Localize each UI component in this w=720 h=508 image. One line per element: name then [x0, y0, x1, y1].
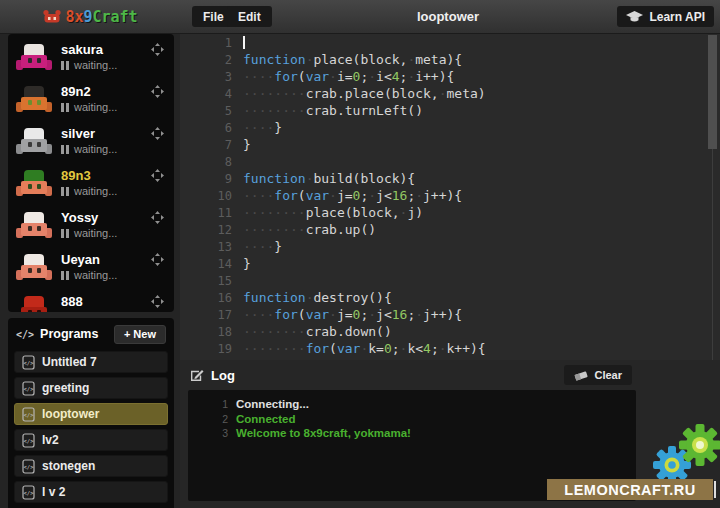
program-item[interactable]: </>greeting — [14, 377, 168, 399]
program-label: l v 2 — [42, 485, 65, 499]
menu-button-edit[interactable]: Edit — [227, 6, 272, 27]
programs-panel: </> Programs + New </>Untitled 7 </>gree… — [8, 318, 174, 508]
player-name: 888 — [61, 295, 117, 309]
program-label: looptower — [42, 407, 99, 421]
code-lines: 1 2function·place(block,·meta){ 3····for… — [180, 34, 720, 360]
editor-scrollbar-track — [712, 149, 713, 360]
player-info: sakura waiting... — [61, 43, 117, 71]
log-title: Log — [211, 368, 235, 383]
program-item[interactable]: </>stonegen — [14, 455, 168, 477]
code-line: 4········crab.place(block,·meta) — [180, 85, 720, 102]
learn-api-label: Learn API — [649, 10, 705, 24]
line-number: 4 — [180, 87, 232, 101]
player-name: 89n2 — [61, 85, 117, 99]
log-text: Welcome to 8x9craft, yokmama! — [236, 426, 411, 441]
svg-text:</>: </> — [24, 359, 35, 365]
player-info: silver waiting... — [61, 127, 117, 155]
program-label: lv2 — [42, 433, 59, 447]
programs-header: </> Programs + New — [16, 324, 166, 344]
svg-text:</>: </> — [24, 411, 35, 417]
code-line: 3····for(var·i=0;·i<4;·i++){ — [180, 68, 720, 85]
program-list: </>Untitled 7 </>greeting </>looptower <… — [14, 351, 168, 503]
learn-api-button[interactable]: Learn API — [617, 6, 714, 27]
pause-icon — [61, 187, 69, 196]
watermark-banner: LEMONCRAFT.RU — [547, 479, 713, 500]
player-status: waiting... — [61, 143, 117, 155]
line-number: 18 — [180, 325, 232, 339]
code-line: 19········for(var·k=0;·k<4;·k++){ — [180, 340, 720, 357]
player-row[interactable]: 888 waiting... — [8, 288, 174, 312]
player-info: 89n2 waiting... — [61, 85, 117, 113]
program-label: greeting — [42, 381, 89, 395]
log-text: Connected — [236, 412, 295, 427]
player-avatar — [16, 127, 52, 155]
code-line: 12········crab.up() — [180, 221, 720, 238]
watermark-caret — [714, 481, 716, 498]
move-icon[interactable] — [151, 211, 164, 224]
player-row[interactable]: sakura waiting... — [8, 36, 174, 78]
program-item[interactable]: </>Untitled 7 — [14, 351, 168, 373]
log-line-number: 3 — [188, 426, 228, 441]
code-editor[interactable]: 1 2function·place(block,·meta){ 3····for… — [180, 34, 720, 360]
log-text: Connecting... — [236, 397, 309, 412]
code-line: 17····for(var·j=0;·j<16;·j++){ — [180, 306, 720, 323]
code-line: 5········crab.turnLeft() — [180, 102, 720, 119]
player-name: sakura — [61, 43, 117, 57]
code-line: 16function·destroy(){ — [180, 289, 720, 306]
logo-text: 8x9Craft — [65, 8, 137, 26]
line-number: 17 — [180, 308, 232, 322]
log-line: 1 Connecting... — [188, 397, 636, 412]
player-status: waiting... — [61, 101, 117, 113]
program-item[interactable]: </>lv2 — [14, 429, 168, 451]
file-icon: </> — [22, 433, 35, 448]
clear-log-button[interactable]: Clear — [564, 365, 632, 385]
eraser-icon — [574, 370, 588, 381]
move-icon[interactable] — [151, 253, 164, 266]
player-status: waiting... — [61, 269, 117, 281]
pause-icon — [61, 145, 69, 154]
line-number: 16 — [180, 291, 232, 305]
graduation-cap-icon — [626, 11, 643, 23]
move-icon[interactable] — [151, 43, 164, 56]
player-name: Yossy — [61, 211, 117, 225]
crab-icon — [42, 9, 62, 24]
player-status: waiting... — [61, 59, 117, 71]
file-icon: </> — [22, 459, 35, 474]
pause-icon — [61, 271, 69, 280]
move-icon[interactable] — [151, 169, 164, 182]
topbar: looptower 8x9Craft File Edit Learn API — [0, 0, 720, 34]
code-line: 14} — [180, 255, 720, 272]
programs-title: Programs — [40, 327, 98, 341]
program-item[interactable]: </>looptower — [14, 403, 168, 425]
new-program-button[interactable]: + New — [114, 325, 166, 344]
line-number: 15 — [180, 274, 232, 288]
editor-scrollbar-thumb[interactable] — [708, 35, 717, 149]
player-avatar — [16, 85, 52, 113]
log-line-number: 1 — [188, 397, 228, 412]
line-number: 12 — [180, 223, 232, 237]
log-line-number: 2 — [188, 412, 228, 427]
player-row[interactable]: 89n3 waiting... — [8, 162, 174, 204]
file-icon: </> — [22, 381, 35, 396]
player-name: 89n3 — [61, 169, 117, 183]
player-row[interactable]: Ueyan waiting... — [8, 246, 174, 288]
player-avatar — [16, 295, 52, 312]
player-list-panel: sakura waiting... 89n2 waiting... — [8, 34, 174, 312]
program-item[interactable]: </>l v 2 — [14, 481, 168, 503]
player-row[interactable]: 89n2 waiting... — [8, 78, 174, 120]
move-icon[interactable] — [151, 85, 164, 98]
code-line: 18········crab.down() — [180, 323, 720, 340]
line-number: 11 — [180, 206, 232, 220]
move-icon[interactable] — [151, 127, 164, 140]
svg-text:</>: </> — [24, 385, 35, 391]
line-number: 5 — [180, 104, 232, 118]
player-row[interactable]: silver waiting... — [8, 120, 174, 162]
player-status: waiting... — [61, 227, 117, 239]
move-icon[interactable] — [151, 295, 164, 308]
line-number: 14 — [180, 257, 232, 271]
pause-icon — [61, 229, 69, 238]
log-line: 2 Connected — [188, 412, 636, 427]
player-row[interactable]: Yossy waiting... — [8, 204, 174, 246]
code-line: 6····} — [180, 119, 720, 136]
file-icon: </> — [22, 407, 35, 422]
